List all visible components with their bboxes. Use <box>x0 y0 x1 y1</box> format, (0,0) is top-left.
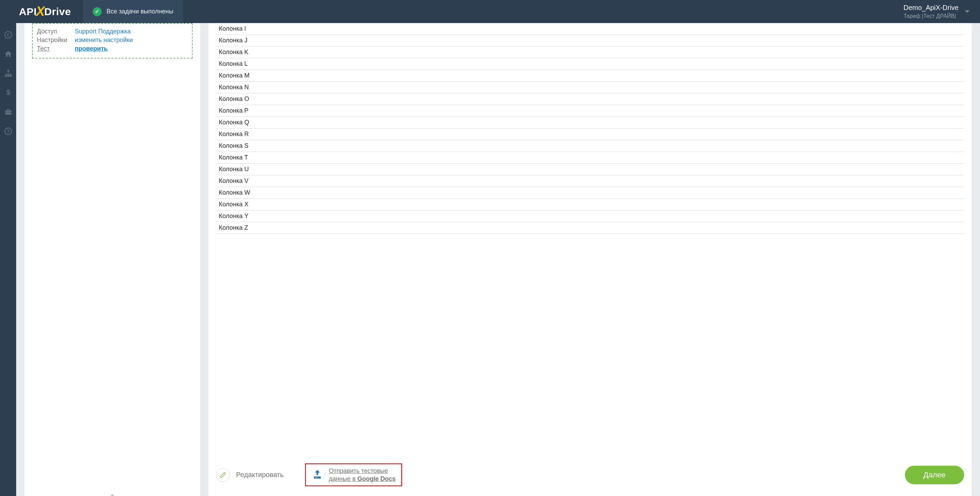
config-link[interactable]: проверить <box>75 45 108 52</box>
logo-part-x: X <box>36 4 45 19</box>
column-row[interactable]: Колонка Q <box>215 117 965 129</box>
config-row: Тестпроверить <box>37 45 188 53</box>
logo[interactable]: API X Drive <box>0 4 83 19</box>
column-row[interactable]: Колонка S <box>215 140 965 152</box>
right-panel: Колонка IКолонка JКолонка KКолонка LКоло… <box>208 23 972 496</box>
config-link[interactable]: Support Поддержка <box>75 28 130 35</box>
chevron-down-icon <box>965 10 970 13</box>
column-row[interactable]: Колонка W <box>215 187 965 199</box>
status-banner: ✓ Все задачи выполнены <box>83 0 183 23</box>
header: API X Drive ✓ Все задачи выполнены Demo_… <box>0 0 980 23</box>
connections-icon[interactable] <box>0 64 16 83</box>
svg-rect-7 <box>5 112 11 113</box>
svg-point-11 <box>315 477 316 478</box>
config-label: Доступ <box>37 28 75 35</box>
column-row[interactable]: Колонка K <box>215 46 965 58</box>
status-text: Все задачи выполнены <box>107 8 173 15</box>
svg-text:?: ? <box>6 129 10 134</box>
sidebar: $ ? <box>0 23 16 496</box>
account-name: Demo_ApiX-Drive <box>904 3 959 13</box>
pencil-icon <box>216 468 230 482</box>
column-row[interactable]: Колонка L <box>215 58 965 70</box>
svg-text:$: $ <box>6 89 10 96</box>
config-row: Настройкиизменить настройки <box>37 36 188 45</box>
column-row[interactable]: Колонка N <box>215 82 965 93</box>
briefcase-icon[interactable] <box>0 102 16 122</box>
next-button[interactable]: Далее <box>905 466 964 484</box>
account-menu[interactable]: Demo_ApiX-Drive Тариф |Тест ДРАЙВ| <box>904 3 980 20</box>
config-label: Настройки <box>37 37 75 44</box>
column-row[interactable]: Колонка J <box>215 35 965 46</box>
config-link[interactable]: изменить настройки <box>75 37 133 44</box>
column-row[interactable]: Колонка Z <box>215 222 965 234</box>
send-test-data-button[interactable]: Отправить тестовые данные в Google Docs <box>305 463 402 486</box>
column-row[interactable]: Колонка T <box>215 152 965 164</box>
column-row[interactable]: Колонка P <box>215 105 965 117</box>
column-row[interactable]: Колонка Y <box>215 210 965 222</box>
check-icon: ✓ <box>93 7 102 16</box>
action-bar: Редактировать Отправить тестовые данные … <box>208 456 972 496</box>
svg-rect-3 <box>7 75 9 77</box>
config-card: ДоступSupport ПоддержкаНастройкиизменить… <box>32 23 192 59</box>
config-label: Тест <box>37 45 75 52</box>
svg-rect-2 <box>5 75 7 77</box>
nav-back-icon[interactable] <box>0 25 16 45</box>
column-row[interactable]: Колонка I <box>215 23 965 35</box>
column-row[interactable]: Колонка R <box>215 129 965 140</box>
svg-rect-6 <box>5 111 11 115</box>
send-test-label: Отправить тестовые данные в Google Docs <box>329 467 396 483</box>
svg-point-12 <box>317 477 317 478</box>
help-icon[interactable]: ? <box>0 122 16 141</box>
billing-icon[interactable]: $ <box>0 83 16 102</box>
column-row[interactable]: Колонка O <box>215 93 965 105</box>
upload-icon <box>312 469 323 481</box>
svg-rect-10 <box>314 476 321 479</box>
home-icon[interactable] <box>0 45 16 64</box>
column-row[interactable]: Колонка U <box>215 164 965 175</box>
account-plan: Тариф |Тест ДРАЙВ| <box>904 13 959 20</box>
logo-part-drive: Drive <box>44 6 71 17</box>
svg-point-0 <box>5 31 12 38</box>
svg-rect-4 <box>10 75 12 77</box>
column-row[interactable]: Колонка X <box>215 199 965 210</box>
edit-label: Редактировать <box>236 471 283 479</box>
left-panel: ДоступSupport ПоддержкаНастройкиизменить… <box>24 23 200 496</box>
edit-button[interactable]: Редактировать <box>216 468 283 482</box>
column-row[interactable]: Колонка V <box>215 175 965 187</box>
svg-rect-1 <box>7 70 9 72</box>
config-row: ДоступSupport Поддержка <box>37 27 188 36</box>
column-row[interactable]: Колонка M <box>215 70 965 82</box>
column-list[interactable]: Колонка IКолонка JКолонка KКолонка LКоло… <box>208 23 972 456</box>
logo-part-api: API <box>19 6 37 17</box>
